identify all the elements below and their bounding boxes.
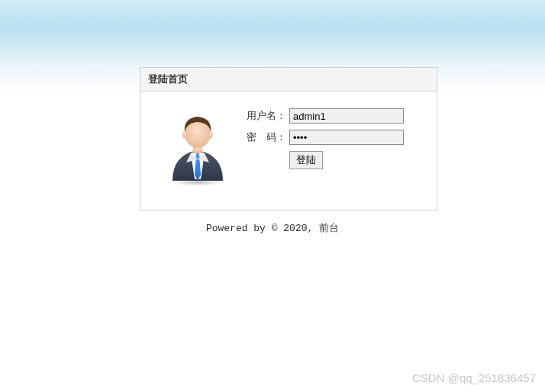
svg-point-3 xyxy=(182,131,187,139)
avatar-container xyxy=(152,107,243,187)
username-row: 用户名： xyxy=(243,108,425,124)
svg-point-4 xyxy=(208,131,213,139)
username-input[interactable] xyxy=(289,108,404,124)
username-label: 用户名： xyxy=(243,109,289,123)
panel-title: 登陆首页 xyxy=(140,68,437,92)
watermark: CSDN @qq_251836457 xyxy=(412,371,536,384)
login-form: 用户名： 密 码： 登陆 xyxy=(243,107,425,169)
password-row: 密 码： xyxy=(243,130,425,145)
password-label: 密 码： xyxy=(243,130,289,144)
footer-text: Powered by © 2020, 前台 xyxy=(0,221,545,235)
login-button[interactable]: 登陆 xyxy=(289,151,323,169)
submit-row: 登陆 xyxy=(243,151,425,169)
login-panel: 登陆首页 xyxy=(140,67,437,210)
password-input[interactable] xyxy=(289,130,404,145)
user-avatar-icon xyxy=(163,111,232,187)
panel-body: 用户名： 密 码： 登陆 xyxy=(140,92,437,210)
